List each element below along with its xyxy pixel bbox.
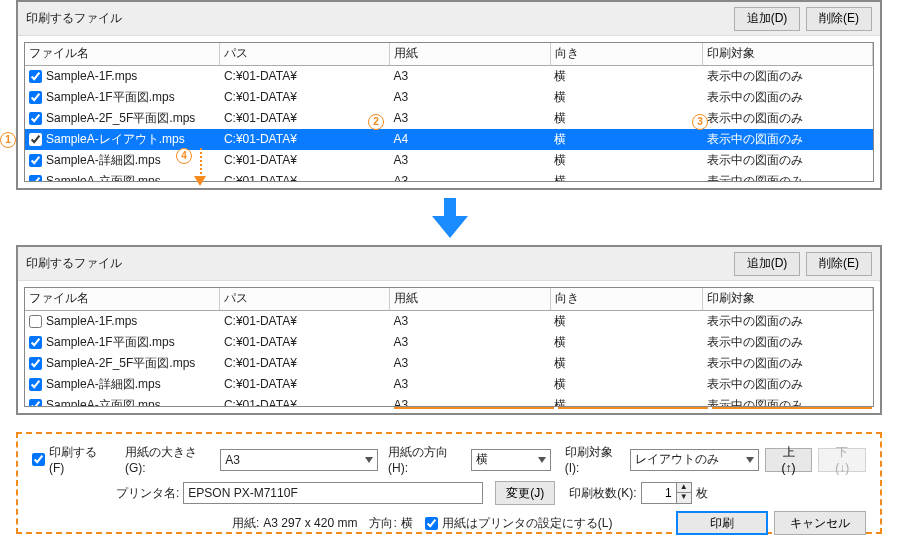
marker-3: 3 bbox=[692, 114, 708, 130]
row-checkbox[interactable] bbox=[29, 175, 42, 183]
row-filename: SampleA-1F.mps bbox=[46, 314, 137, 328]
panel-top-titlebar: 印刷するファイル 追加(D) 削除(E) bbox=[18, 2, 880, 36]
row-checkbox[interactable] bbox=[29, 112, 42, 125]
cell-target: 表示中の図面のみ bbox=[703, 150, 873, 171]
cell-path: C:¥01-DATA¥ bbox=[220, 353, 390, 374]
paper-size-combo[interactable]: A3 bbox=[220, 449, 378, 471]
underline-dir bbox=[558, 407, 708, 409]
cell-dir: 横 bbox=[550, 129, 703, 150]
row-checkbox[interactable] bbox=[29, 154, 42, 167]
table-row[interactable]: SampleA-1F.mpsC:¥01-DATA¥A3横表示中の図面のみ bbox=[25, 65, 873, 87]
table-row[interactable]: SampleA-1F平面図.mpsC:¥01-DATA¥A3横表示中の図面のみ bbox=[25, 87, 873, 108]
cell-target: 表示中の図面のみ bbox=[703, 129, 873, 150]
blue-down-arrow-icon bbox=[432, 198, 468, 238]
cell-target: 表示中の図面のみ bbox=[703, 353, 873, 374]
dir-info-label: 方向: bbox=[369, 515, 396, 532]
row-filename: SampleA-詳細図.mps bbox=[46, 152, 161, 169]
row-checkbox[interactable] bbox=[29, 357, 42, 370]
cell-dir: 横 bbox=[550, 395, 703, 408]
cell-target: 表示中の図面のみ bbox=[703, 374, 873, 395]
panel-title: 印刷するファイル bbox=[26, 255, 122, 272]
row-checkbox[interactable] bbox=[29, 315, 42, 328]
cell-dir: 横 bbox=[550, 87, 703, 108]
paper-info-label: 用紙: bbox=[232, 515, 259, 532]
cell-dir: 横 bbox=[550, 310, 703, 332]
row-filename: SampleA-1F.mps bbox=[46, 69, 137, 83]
move-down-button: 下(↓) bbox=[818, 448, 866, 472]
target-label: 印刷対象(I): bbox=[565, 444, 627, 475]
row-checkbox[interactable] bbox=[29, 378, 42, 391]
underline-target bbox=[712, 407, 872, 409]
marker-4-dashline bbox=[200, 148, 202, 178]
dir-info: 横 bbox=[401, 515, 413, 532]
col-target[interactable]: 印刷対象 bbox=[703, 288, 873, 310]
printer-name-field[interactable]: EPSON PX-M7110F bbox=[183, 482, 483, 504]
marker-2: 2 bbox=[368, 114, 384, 130]
cell-target: 表示中の図面のみ bbox=[703, 395, 873, 408]
add-button[interactable]: 追加(D) bbox=[734, 252, 800, 276]
row-filename: SampleA-2F_5F平面図.mps bbox=[46, 355, 195, 372]
table-row[interactable]: SampleA-立面図.mpsC:¥01-DATA¥A3横表示中の図面のみ bbox=[25, 395, 873, 408]
col-filename[interactable]: ファイル名 bbox=[25, 288, 220, 310]
move-up-button[interactable]: 上(↑) bbox=[765, 448, 813, 472]
cancel-button[interactable]: キャンセル bbox=[774, 511, 866, 535]
cell-target: 表示中の図面のみ bbox=[703, 87, 873, 108]
table-row[interactable]: SampleA-詳細図.mpsC:¥01-DATA¥A3横表示中の図面のみ bbox=[25, 150, 873, 171]
spinner-down-icon[interactable]: ▼ bbox=[677, 493, 691, 503]
row-filename: SampleA-1F平面図.mps bbox=[46, 334, 175, 351]
print-checkbox[interactable]: 印刷する(F) bbox=[32, 444, 111, 475]
cell-paper: A3 bbox=[389, 171, 550, 183]
col-dir[interactable]: 向き bbox=[550, 288, 703, 310]
file-table-bottom[interactable]: ファイル名 パス 用紙 向き 印刷対象 SampleA-1F.mpsC:¥01-… bbox=[25, 288, 873, 407]
use-printer-paper-checkbox[interactable]: 用紙はプリンタの設定にする(L) bbox=[425, 515, 613, 532]
chevron-down-icon bbox=[746, 457, 754, 463]
delete-button[interactable]: 削除(E) bbox=[806, 7, 872, 31]
row-checkbox[interactable] bbox=[29, 336, 42, 349]
table-row[interactable]: SampleA-詳細図.mpsC:¥01-DATA¥A3横表示中の図面のみ bbox=[25, 374, 873, 395]
change-printer-button[interactable]: 変更(J) bbox=[495, 481, 555, 505]
row-checkbox[interactable] bbox=[29, 70, 42, 83]
target-combo[interactable]: レイアウトのみ bbox=[630, 449, 758, 471]
col-path[interactable]: パス bbox=[220, 43, 390, 65]
table-row[interactable]: SampleA-2F_5F平面図.mpsC:¥01-DATA¥A3横表示中の図面… bbox=[25, 108, 873, 129]
cell-dir: 横 bbox=[550, 108, 703, 129]
paper-size-label: 用紙の大きさ(G): bbox=[125, 444, 216, 475]
row-filename: SampleA-立面図.mps bbox=[46, 173, 161, 183]
cell-path: C:¥01-DATA¥ bbox=[220, 310, 390, 332]
table-row[interactable]: SampleA-立面図.mpsC:¥01-DATA¥A3横表示中の図面のみ bbox=[25, 171, 873, 183]
cell-path: C:¥01-DATA¥ bbox=[220, 171, 390, 183]
col-paper[interactable]: 用紙 bbox=[389, 288, 550, 310]
printer-label: プリンタ名: bbox=[116, 485, 179, 502]
marker-4: 4 bbox=[176, 148, 192, 164]
table-row[interactable]: SampleA-1F.mpsC:¥01-DATA¥A3横表示中の図面のみ bbox=[25, 310, 873, 332]
file-table-top[interactable]: ファイル名 パス 用紙 向き 印刷対象 SampleA-1F.mpsC:¥01-… bbox=[25, 43, 873, 182]
print-button[interactable]: 印刷 bbox=[676, 511, 768, 535]
col-dir[interactable]: 向き bbox=[550, 43, 703, 65]
col-path[interactable]: パス bbox=[220, 288, 390, 310]
col-filename[interactable]: ファイル名 bbox=[25, 43, 220, 65]
cell-paper: A3 bbox=[389, 87, 550, 108]
copies-spinner[interactable]: ▲▼ bbox=[641, 482, 692, 504]
cell-paper: A3 bbox=[389, 310, 550, 332]
row-filename: SampleA-レイアウト.mps bbox=[46, 131, 185, 148]
row-checkbox[interactable] bbox=[29, 133, 42, 146]
add-button[interactable]: 追加(D) bbox=[734, 7, 800, 31]
paper-dir-combo[interactable]: 横 bbox=[471, 449, 551, 471]
cell-paper: A3 bbox=[389, 332, 550, 353]
cell-dir: 横 bbox=[550, 353, 703, 374]
copies-label: 印刷枚数(K): bbox=[569, 485, 636, 502]
cell-target: 表示中の図面のみ bbox=[703, 310, 873, 332]
table-row[interactable]: SampleA-レイアウト.mpsC:¥01-DATA¥A4横表示中の図面のみ bbox=[25, 129, 873, 150]
cell-dir: 横 bbox=[550, 150, 703, 171]
cell-paper: A3 bbox=[389, 65, 550, 87]
delete-button[interactable]: 削除(E) bbox=[806, 252, 872, 276]
row-checkbox[interactable] bbox=[29, 91, 42, 104]
paper-info: A3 297 x 420 mm bbox=[263, 516, 357, 530]
table-row[interactable]: SampleA-2F_5F平面図.mpsC:¥01-DATA¥A3横表示中の図面… bbox=[25, 353, 873, 374]
table-row[interactable]: SampleA-1F平面図.mpsC:¥01-DATA¥A3横表示中の図面のみ bbox=[25, 332, 873, 353]
col-target[interactable]: 印刷対象 bbox=[703, 43, 873, 65]
col-paper[interactable]: 用紙 bbox=[389, 43, 550, 65]
panel-top: 印刷するファイル 追加(D) 削除(E) ファイル名 パス 用紙 向き 印刷対象 bbox=[16, 0, 882, 190]
cell-dir: 横 bbox=[550, 65, 703, 87]
row-checkbox[interactable] bbox=[29, 399, 42, 408]
